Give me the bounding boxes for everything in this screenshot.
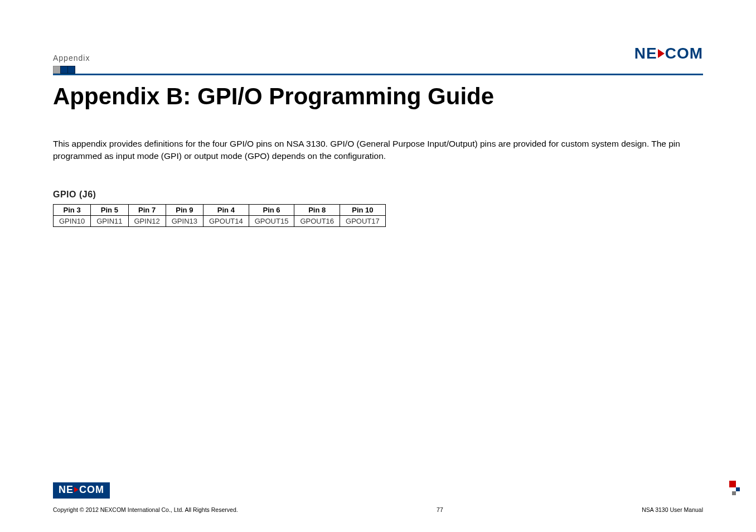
table-cell: GPOUT17 (340, 215, 386, 226)
table-header-cell: Pin 5 (91, 204, 128, 215)
table-header-cell: Pin 4 (203, 204, 249, 215)
page-title: Appendix B: GPI/O Programming Guide (53, 83, 703, 110)
table-header-cell: Pin 3 (54, 204, 91, 215)
intro-paragraph: This appendix provides definitions for t… (53, 138, 703, 163)
table-header-row: Pin 3 Pin 5 Pin 7 Pin 9 Pin 4 Pin 6 Pin … (54, 204, 386, 215)
table-header-cell: Pin 6 (249, 204, 294, 215)
header-squares-icon (53, 66, 703, 74)
header-left: Appendix (53, 54, 90, 62)
table-header-cell: Pin 10 (340, 204, 386, 215)
footer-logo-arrow-icon (74, 487, 79, 492)
page-header: Appendix NECOM (53, 45, 703, 62)
table-header-cell: Pin 9 (166, 204, 203, 215)
table-cell: GPOUT15 (249, 215, 294, 226)
footer-page-number: 77 (437, 506, 443, 513)
footer-copyright: Copyright © 2012 NEXCOM International Co… (53, 506, 238, 513)
table-header-cell: Pin 7 (128, 204, 166, 215)
header-divider (53, 74, 703, 75)
footer-doc-name: NSA 3130 User Manual (642, 506, 703, 513)
brand-logo: NECOM (634, 45, 703, 62)
logo-part-ne: NE (634, 45, 657, 62)
table-cell: GPIN13 (166, 215, 203, 226)
table-cell: GPOUT16 (294, 215, 340, 226)
footer-logo-ne: NE (59, 484, 74, 495)
section-label: Appendix (53, 54, 90, 62)
document-page: Appendix NECOM Appendix B: GPI/O Program… (0, 0, 756, 532)
table-cell: GPOUT14 (203, 215, 249, 226)
table-cell: GPIN11 (91, 215, 128, 226)
gpio-table: Pin 3 Pin 5 Pin 7 Pin 9 Pin 4 Pin 6 Pin … (53, 204, 386, 227)
page-footer: Copyright © 2012 NEXCOM International Co… (53, 506, 703, 513)
footer-logo-com: COM (79, 484, 104, 495)
gpio-section-label: GPIO (J6) (53, 190, 703, 200)
footer-brand-logo: NECOM (53, 482, 110, 499)
logo-part-com: COM (665, 45, 703, 62)
table-cell: GPIN10 (54, 215, 91, 226)
table-header-cell: Pin 8 (294, 204, 340, 215)
table-row: GPIN10 GPIN11 GPIN12 GPIN13 GPOUT14 GPOU… (54, 215, 386, 226)
table-cell: GPIN12 (128, 215, 166, 226)
logo-arrow-icon (658, 49, 665, 58)
